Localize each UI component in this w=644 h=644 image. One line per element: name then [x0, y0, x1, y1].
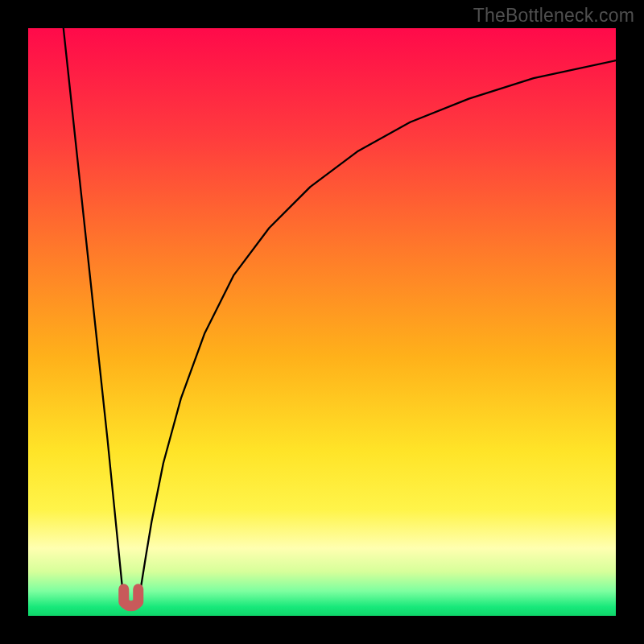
plot-area: [28, 28, 616, 616]
valley-marker: [124, 589, 138, 606]
watermark-text: TheBottleneck.com: [473, 5, 634, 27]
curve-right-branch: [138, 60, 616, 607]
curve-layer: [28, 28, 616, 616]
chart-frame: TheBottleneck.com: [0, 0, 644, 644]
curve-left-branch: [64, 28, 125, 607]
